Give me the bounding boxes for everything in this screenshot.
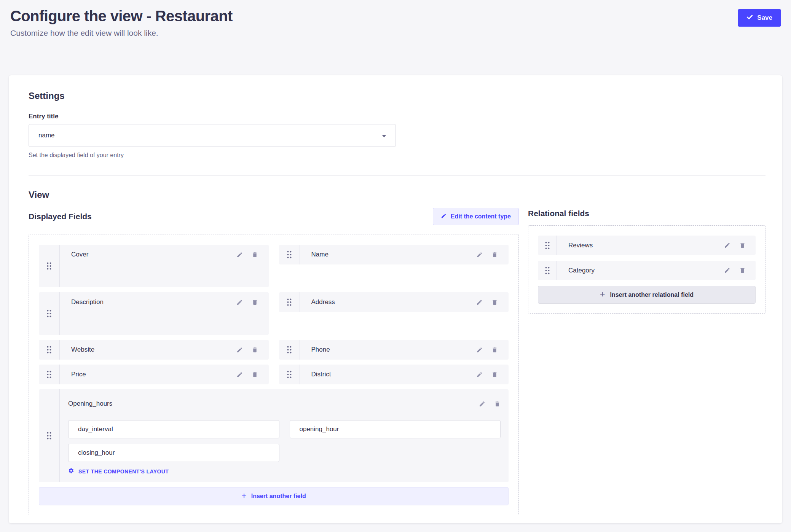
- displayed-fields-dropzone: Cover Name: [29, 234, 519, 515]
- trash-icon: [252, 371, 258, 378]
- delete-field-button[interactable]: [252, 299, 258, 306]
- plus-icon: +: [241, 492, 246, 500]
- field-card-body: Phone: [300, 340, 509, 360]
- field-card-actions: [236, 347, 258, 353]
- field-card-body: Website: [60, 340, 269, 360]
- delete-field-button[interactable]: [252, 371, 258, 378]
- edit-field-button[interactable]: [236, 252, 243, 258]
- edit-field-button[interactable]: [724, 242, 730, 248]
- field-card-body: Description: [60, 292, 269, 312]
- field-card-district: District: [279, 365, 509, 384]
- field-card-body: District: [300, 365, 509, 384]
- drag-handle-icon[interactable]: [39, 340, 60, 360]
- drag-handle-icon[interactable]: [279, 340, 300, 360]
- trash-icon: [491, 347, 498, 353]
- drag-handle-icon[interactable]: [538, 261, 557, 280]
- component-subfields: day_interval opening_hour closing_hour: [68, 420, 501, 462]
- field-card-label: Phone: [311, 346, 477, 354]
- drag-handle-icon[interactable]: [279, 245, 300, 264]
- drag-handle-icon[interactable]: [39, 389, 60, 482]
- pencil-icon: [476, 252, 483, 258]
- field-card-phone: Phone: [279, 340, 509, 360]
- drag-handle-icon[interactable]: [39, 245, 60, 287]
- entry-title-select[interactable]: name: [29, 124, 396, 147]
- delete-field-button[interactable]: [491, 299, 498, 306]
- component-label: Opening_hours: [68, 400, 112, 408]
- trash-icon: [491, 371, 498, 378]
- field-card-actions: [476, 252, 498, 258]
- field-card-actions: [236, 299, 258, 306]
- edit-field-button[interactable]: [724, 267, 730, 274]
- trash-icon: [494, 401, 501, 407]
- chevron-down-icon: [382, 135, 386, 137]
- component-actions: [479, 401, 501, 407]
- component-body: Opening_hours day_interval opening_hour …: [60, 389, 509, 482]
- page-header: Configure the view - Restaurant Customiz…: [0, 0, 791, 75]
- displayed-fields-label: Displayed Fields: [29, 212, 92, 221]
- delete-field-button[interactable]: [739, 242, 746, 248]
- edit-field-button[interactable]: [479, 401, 485, 407]
- insert-relational-field-button[interactable]: + Insert another relational field: [538, 286, 756, 304]
- trash-icon: [491, 252, 498, 258]
- delete-field-button[interactable]: [491, 371, 498, 378]
- relational-fields-column: Relational fields Reviews: [528, 208, 765, 515]
- drag-handle-icon[interactable]: [39, 365, 60, 384]
- save-button[interactable]: Save: [738, 9, 781, 27]
- drag-handle-icon[interactable]: [279, 365, 300, 384]
- drag-handle-icon[interactable]: [279, 292, 300, 312]
- entry-title-value: name: [38, 132, 55, 139]
- view-layout-row: Displayed Fields Edit the content type: [29, 208, 765, 515]
- delete-field-button[interactable]: [494, 401, 501, 407]
- delete-field-button[interactable]: [252, 347, 258, 353]
- edit-field-button[interactable]: [476, 299, 483, 306]
- gear-icon: [68, 468, 74, 475]
- field-card-actions: [236, 252, 258, 258]
- edit-field-button[interactable]: [236, 299, 243, 306]
- settings-section-title: Settings: [29, 91, 765, 101]
- insert-field-button[interactable]: + Insert another field: [39, 487, 509, 505]
- edit-field-button[interactable]: [236, 371, 243, 378]
- insert-field-label: Insert another field: [251, 493, 306, 500]
- edit-field-button[interactable]: [476, 347, 483, 353]
- pencil-icon: [236, 299, 243, 306]
- pencil-icon: [479, 401, 485, 407]
- trash-icon: [252, 299, 258, 306]
- field-card-body: Price: [60, 365, 269, 384]
- delete-field-button[interactable]: [739, 267, 746, 274]
- pencil-icon: [476, 371, 483, 378]
- pencil-icon: [441, 213, 447, 220]
- set-component-layout-button[interactable]: SET THE COMPONENT'S LAYOUT: [68, 468, 169, 475]
- field-card-label: Address: [311, 298, 477, 306]
- set-component-layout-label: SET THE COMPONENT'S LAYOUT: [78, 468, 169, 475]
- displayed-fields-column: Displayed Fields Edit the content type: [29, 208, 519, 515]
- pencil-icon: [476, 347, 483, 353]
- pencil-icon: [236, 371, 243, 378]
- field-card-label: Cover: [71, 251, 236, 258]
- pencil-icon: [236, 347, 243, 353]
- pencil-icon: [724, 267, 730, 274]
- field-card-name: Name: [279, 245, 509, 264]
- field-card-actions: [476, 371, 498, 378]
- component-subfield-day-interval: day_interval: [68, 420, 279, 438]
- trash-icon: [739, 242, 746, 248]
- delete-field-button[interactable]: [491, 252, 498, 258]
- drag-handle-icon[interactable]: [538, 236, 557, 255]
- entry-title-help: Set the displayed field of your entry: [29, 152, 765, 159]
- trash-icon: [252, 252, 258, 258]
- field-card-body: Category: [557, 261, 756, 280]
- trash-icon: [252, 347, 258, 353]
- edit-field-button[interactable]: [476, 252, 483, 258]
- field-card-price: Price: [39, 365, 269, 384]
- field-card-label: Description: [71, 298, 236, 306]
- edit-field-button[interactable]: [476, 371, 483, 378]
- component-card-opening-hours: Opening_hours day_interval opening_hour …: [39, 389, 509, 482]
- field-card-body: Name: [300, 245, 509, 264]
- drag-handle-icon[interactable]: [39, 292, 60, 335]
- fields-grid: Cover Name: [39, 245, 509, 505]
- field-card-body: Address: [300, 292, 509, 312]
- delete-field-button[interactable]: [252, 252, 258, 258]
- field-card-address: Address: [279, 292, 509, 312]
- edit-content-type-button[interactable]: Edit the content type: [433, 208, 519, 225]
- delete-field-button[interactable]: [491, 347, 498, 353]
- edit-field-button[interactable]: [236, 347, 243, 353]
